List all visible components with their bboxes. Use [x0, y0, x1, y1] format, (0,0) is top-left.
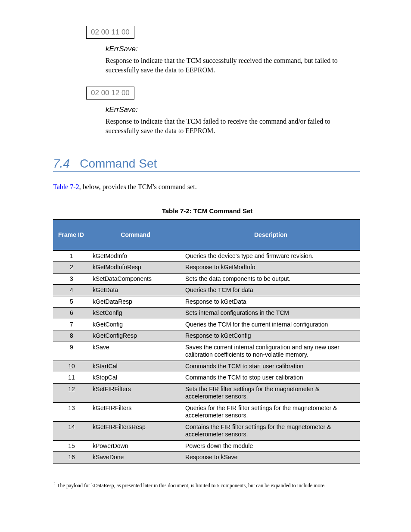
- cell-command: kGetModInfoResp: [89, 262, 182, 274]
- cell-description: Queries the TCM for data: [182, 285, 360, 296]
- table-caption: Table 7-2: TCM Command Set: [53, 207, 361, 215]
- datagram-box-2: 02 00 12 00: [86, 87, 134, 100]
- table-row: 8kGetConfigRespResponse to kGetConfig: [53, 330, 360, 342]
- cell-description: Contains the FIR filter settings for the…: [182, 421, 360, 440]
- cell-command: kGetDataResp: [89, 296, 182, 308]
- cell-description: Response to kGetConfig: [182, 330, 360, 342]
- table-header-row: Frame ID Command Description: [53, 219, 360, 250]
- cell-command: kGetConfig: [89, 319, 182, 330]
- cell-frame-id: 8: [53, 330, 89, 342]
- cell-command: kSetFIRFilters: [89, 383, 182, 402]
- cell-description: Powers down the module: [182, 440, 360, 452]
- footnote-text: The payload for kDataResp, as presented …: [56, 482, 326, 488]
- table-row: 4kGetDataQueries the TCM for data: [53, 285, 360, 296]
- cell-frame-id: 12: [53, 383, 89, 402]
- table-row: 7kGetConfigQueries the TCM for the curre…: [53, 319, 360, 330]
- cell-frame-id: 6: [53, 308, 89, 319]
- table-row: 14kGetFIRFiltersRespContains the FIR fil…: [53, 421, 360, 440]
- datagram-block-2: 02 00 12 00 kErrSave: Response to indica…: [85, 87, 361, 135]
- cell-command: kPowerDown: [89, 440, 182, 452]
- cell-command: kGetConfigResp: [89, 330, 182, 342]
- table-row: 9kSaveSaves the current internal configu…: [53, 342, 360, 361]
- cell-frame-id: 13: [53, 402, 89, 421]
- table-row: 3kSetDataComponentsSets the data compone…: [53, 273, 360, 285]
- datagram-block-1: 02 00 11 00 kErrSave: Response to indica…: [85, 26, 361, 75]
- param-label-1: kErrSave:: [106, 45, 361, 53]
- cell-command: kGetFIRFiltersResp: [89, 421, 182, 440]
- th-description: Description: [182, 219, 360, 250]
- cell-frame-id: 11: [53, 372, 89, 384]
- cell-command: kSetConfig: [89, 308, 182, 319]
- cell-frame-id: 4: [53, 285, 89, 296]
- table-row: 5kGetDataRespResponse to kGetData: [53, 296, 360, 308]
- cell-description: Saves the current internal configuration…: [182, 342, 360, 361]
- param-desc-2: Response to indicate that the TCM failed…: [106, 117, 361, 135]
- cell-frame-id: 1: [53, 250, 89, 262]
- cell-frame-id: 2: [53, 262, 89, 274]
- cell-description: Sets the data components to be output.: [182, 273, 360, 285]
- intro-paragraph: Table 7-2, below, provides the TCM's com…: [53, 182, 361, 192]
- section-number: 7.4: [53, 157, 70, 170]
- table-row: 2kGetModInfoRespResponse to kGetModInfo: [53, 262, 360, 274]
- cell-description: Queries the TCM for the current internal…: [182, 319, 360, 330]
- cell-description: Sets the FIR filter settings for the mag…: [182, 383, 360, 402]
- cell-description: Response to kGetModInfo: [182, 262, 360, 274]
- cell-description: Response to kGetData: [182, 296, 360, 308]
- table-row: 13kGetFIRFiltersQueries for the FIR filt…: [53, 402, 360, 421]
- cell-description: Commands the TCM to stop user calibratio…: [182, 372, 360, 384]
- cell-command: kGetData: [89, 285, 182, 296]
- cell-description: Queries for the FIR filter settings for …: [182, 402, 360, 421]
- cell-command: kSaveDone: [89, 452, 182, 464]
- cell-frame-id: 16: [53, 452, 89, 464]
- cell-command: kSave: [89, 342, 182, 361]
- intro-rest: , below, provides the TCM's command set.: [79, 183, 197, 190]
- footnote: 1 The payload for kDataResp, as presente…: [54, 482, 361, 489]
- table-row: 6kSetConfigSets internal configurations …: [53, 308, 360, 319]
- section-title: Command Set: [80, 157, 157, 170]
- cell-description: Response to kSave: [182, 452, 360, 464]
- param-desc-1: Response to indicate that the TCM succes…: [106, 56, 361, 75]
- table-row: 10kStartCalCommands the TCM to start use…: [53, 361, 360, 372]
- command-table: Frame ID Command Description 1kGetModInf…: [53, 219, 360, 464]
- cell-command: kStopCal: [89, 372, 182, 384]
- cell-frame-id: 10: [53, 361, 89, 372]
- datagram-box-1: 02 00 11 00: [86, 26, 134, 39]
- cell-command: kGetModInfo: [89, 250, 182, 262]
- table-row: 12kSetFIRFiltersSets the FIR filter sett…: [53, 383, 360, 402]
- cell-description: Queries the device's type and firmware r…: [182, 250, 360, 262]
- cell-description: Sets internal configurations in the TCM: [182, 308, 360, 319]
- section-rule: [53, 171, 360, 172]
- cell-frame-id: 14: [53, 421, 89, 440]
- cell-command: kSetDataComponents: [89, 273, 182, 285]
- table-row: 11kStopCalCommands the TCM to stop user …: [53, 372, 360, 384]
- section-heading: 7.4 Command Set: [53, 157, 361, 171]
- cell-command: kGetFIRFilters: [89, 402, 182, 421]
- table-row: 15kPowerDownPowers down the module: [53, 440, 360, 452]
- cell-frame-id: 5: [53, 296, 89, 308]
- table-row: 1kGetModInfoQueries the device's type an…: [53, 250, 360, 262]
- cell-frame-id: 7: [53, 319, 89, 330]
- cell-frame-id: 3: [53, 273, 89, 285]
- th-command: Command: [89, 219, 182, 250]
- cell-description: Commands the TCM to start user calibrati…: [182, 361, 360, 372]
- param-label-2: kErrSave:: [106, 106, 361, 114]
- cell-command: kStartCal: [89, 361, 182, 372]
- cell-frame-id: 9: [53, 342, 89, 361]
- table-link: Table 7-2: [53, 183, 79, 190]
- th-frame-id: Frame ID: [53, 219, 89, 250]
- cell-frame-id: 15: [53, 440, 89, 452]
- table-row: 16kSaveDoneResponse to kSave: [53, 452, 360, 464]
